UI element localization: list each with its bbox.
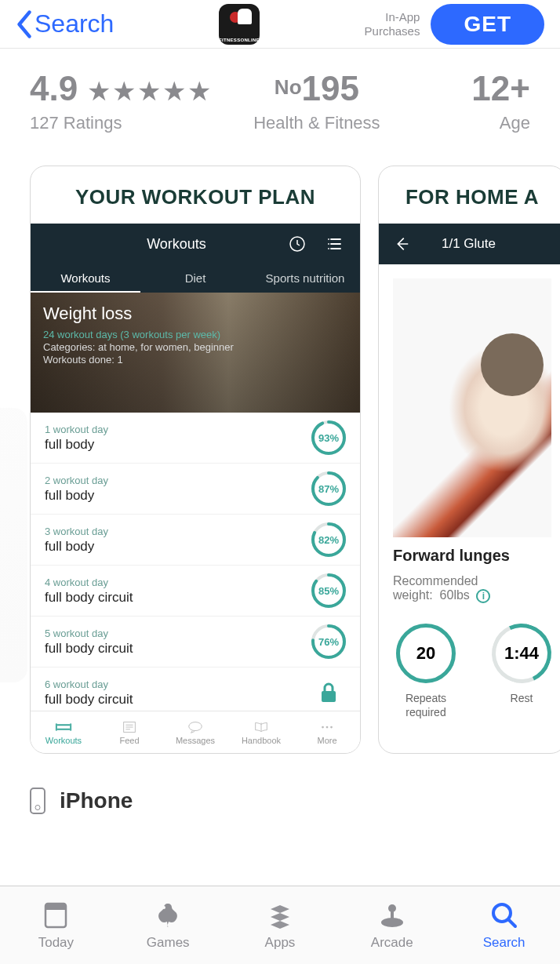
ss-tab-workouts: Workouts [31, 264, 140, 293]
ss-hero-sub1: 24 workout days (3 workouts per week) [43, 329, 347, 340]
ss-header-title: Workouts [147, 236, 206, 253]
age-rating: 12+ [471, 69, 530, 108]
apps-icon [265, 900, 295, 930]
star-icon: ★ [162, 78, 186, 104]
arcade-icon [377, 900, 407, 930]
ss2-header: 1/1 Glute [379, 224, 560, 264]
more-icon [318, 720, 336, 734]
svg-rect-13 [56, 723, 57, 730]
get-button[interactable]: GET [431, 4, 544, 45]
progress-ring: 93% [311, 420, 346, 455]
workout-item: 6 workout dayfull body circuit [31, 668, 360, 711]
svg-rect-21 [45, 904, 66, 910]
screenshot-card[interactable]: FOR HOME A 1/1 Glute Forward lunges Reco… [378, 166, 560, 754]
book-icon [253, 720, 270, 734]
repeats-label: Repeatsrequired [405, 691, 446, 719]
device-label: iPhone [60, 788, 133, 813]
iphone-icon [30, 788, 45, 814]
tab-games[interactable]: Games [112, 886, 224, 964]
workout-item: 5 workout dayfull body circuit76% [31, 617, 360, 668]
workout-day-label: 6 workout day [45, 678, 311, 690]
svg-point-22 [162, 906, 165, 909]
exercise-recommendation: Recommended weight: 60lbs i [393, 574, 551, 603]
messages-icon [187, 720, 204, 734]
svg-rect-14 [70, 723, 71, 730]
workout-day-label: 5 workout day [45, 628, 311, 639]
app-icon-label: FITNESSONLINE [219, 38, 260, 42]
games-icon [153, 900, 183, 930]
ss-hero-sub2: Categories: at home, for women, beginner [43, 341, 347, 353]
ss-nav-messages: Messages [162, 711, 228, 753]
workout-day-label: 2 workout day [45, 475, 311, 486]
progress-ring: 82% [311, 522, 346, 557]
search-icon [489, 900, 519, 930]
tab-arcade[interactable]: Arcade [336, 886, 448, 964]
svg-point-23 [388, 904, 396, 912]
lock-icon [311, 675, 346, 710]
screenshot-card[interactable]: YOUR WORKOUT PLAN Workouts Workouts Diet… [30, 166, 361, 754]
workout-name: full body circuit [45, 692, 311, 708]
svg-point-19 [330, 726, 333, 728]
tab-search[interactable]: Search [448, 886, 560, 964]
rating-stars: ★★★★★ [87, 78, 211, 104]
star-icon: ★ [137, 78, 161, 104]
workout-item: 4 workout dayfull body circuit85% [31, 566, 360, 617]
workout-name: full body [45, 437, 311, 453]
star-icon: ★ [87, 78, 111, 104]
workout-name: full body circuit [45, 641, 311, 657]
list-icon [325, 235, 344, 253]
ss-nav-feed: Feed [96, 711, 162, 753]
workout-name: full body [45, 488, 311, 504]
tab-bar: Today Games Apps Arcade Search [0, 886, 560, 964]
rest-ring: 1:44 [483, 615, 559, 691]
screenshot-title: YOUR WORKOUT PLAN [31, 166, 360, 224]
ss-nav-more: More [294, 711, 360, 753]
chart-rank: No195 [275, 69, 359, 108]
ratings-count: 127 Ratings [30, 113, 122, 133]
feed-icon [121, 720, 138, 734]
svg-rect-11 [322, 691, 336, 702]
screenshot-carousel[interactable]: YOUR WORKOUT PLAN Workouts Workouts Diet… [0, 166, 560, 754]
screenshot-title: FOR HOME A [379, 166, 560, 224]
info-icon: i [476, 589, 490, 603]
rest-label: Rest [511, 691, 533, 705]
app-icon[interactable]: FITNESSONLINE [219, 4, 260, 45]
star-icon: ★ [112, 78, 136, 104]
back-arrow-icon [393, 235, 410, 253]
workout-day-label: 1 workout day [45, 424, 311, 435]
progress-ring: 87% [311, 471, 346, 506]
category-label: Health & Fitness [253, 113, 380, 133]
ss-tab-nutrition: Sports nutrition [250, 264, 360, 293]
chevron-left-icon [16, 10, 33, 38]
ss-tab-diet: Diet [140, 264, 250, 293]
progress-ring: 85% [311, 573, 346, 608]
workout-item: 1 workout dayfull body93% [31, 413, 360, 464]
workout-name: full body [45, 539, 311, 555]
tab-today[interactable]: Today [0, 886, 112, 964]
dumbbell-icon [55, 720, 72, 734]
ss-tabs: Workouts Diet Sports nutrition [31, 264, 360, 293]
today-icon [41, 900, 71, 930]
svg-point-18 [326, 726, 329, 728]
ss-hero: Weight loss 24 workout days (3 workouts … [31, 293, 360, 413]
ss-hero-title: Weight loss [43, 304, 347, 324]
ss-nav-workouts: Workouts [31, 711, 96, 753]
workout-item: 3 workout dayfull body82% [31, 515, 360, 566]
svg-point-25 [381, 918, 403, 927]
back-label: Search [35, 9, 114, 38]
anatomy-illustration [393, 278, 551, 537]
repeats-ring: 20 [396, 624, 456, 683]
clock-icon [288, 235, 307, 253]
ss-workout-list: 1 workout dayfull body93%2 workout dayfu… [31, 413, 360, 711]
workout-day-label: 3 workout day [45, 526, 311, 537]
tab-apps[interactable]: Apps [224, 886, 336, 964]
back-button[interactable]: Search [16, 9, 114, 38]
ss-hero-sub3: Workouts done: 1 [43, 354, 347, 366]
workout-name: full body circuit [45, 590, 311, 606]
svg-point-16 [189, 722, 202, 730]
star-icon: ★ [187, 78, 211, 104]
svg-point-17 [322, 726, 324, 728]
device-compat[interactable]: iPhone [30, 788, 133, 814]
age-label: Age [500, 113, 530, 133]
exercise-name: Forward lunges [393, 547, 551, 565]
